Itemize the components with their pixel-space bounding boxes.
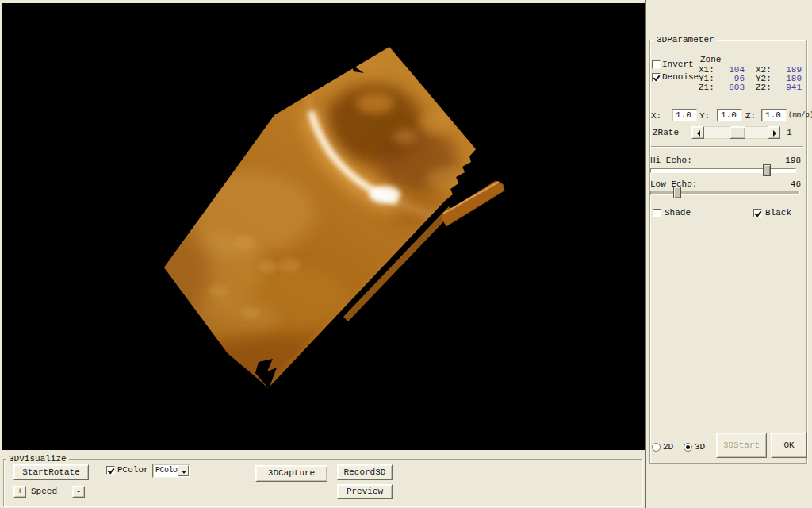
low-echo-value: 46 bbox=[765, 179, 801, 190]
arrow-right-icon bbox=[773, 130, 779, 137]
chevron-down-icon bbox=[182, 471, 186, 474]
ultrasound-3d-app: { "window": { "background": "#ece9d8", "… bbox=[0, 0, 812, 508]
low-echo-slider-thumb[interactable] bbox=[673, 187, 681, 198]
zone-title: Zone bbox=[700, 55, 721, 65]
pcolor-checkbox[interactable] bbox=[106, 466, 115, 475]
3dparameter-groupbox bbox=[649, 40, 807, 464]
mode-3d-label: 3D bbox=[695, 442, 705, 452]
zone-z1-label: Z1: bbox=[699, 83, 714, 93]
speed-plus-button[interactable]: + bbox=[13, 486, 26, 498]
ultrasound-volume bbox=[2, 3, 645, 450]
parameter-panel: 3DParameter Invert Denoise Zone X1: 104 … bbox=[645, 0, 812, 508]
arrow-left-icon bbox=[694, 130, 700, 137]
3dcapture-button[interactable]: 3DCapture bbox=[255, 465, 327, 482]
scale-y-input[interactable] bbox=[717, 109, 742, 121]
mode-3d-radio[interactable] bbox=[684, 443, 692, 452]
scale-y-label: Y: bbox=[699, 111, 710, 121]
scale-z-input[interactable] bbox=[761, 109, 787, 121]
separator bbox=[651, 146, 803, 147]
zrate-label: ZRate bbox=[653, 128, 679, 138]
zone-z2-label: Z2: bbox=[756, 83, 772, 93]
denoise-checkbox[interactable] bbox=[652, 73, 661, 82]
invert-checkbox[interactable] bbox=[652, 60, 661, 69]
pcolor-dropdown-button[interactable] bbox=[178, 465, 189, 476]
denoise-label: Denoise bbox=[662, 72, 699, 83]
3dstart-button[interactable]: 3DStart bbox=[716, 433, 767, 458]
record3d-button[interactable]: Record3D bbox=[337, 464, 393, 480]
pcolor-label: PColor bbox=[117, 465, 149, 475]
hi-echo-label: Hi Echo: bbox=[650, 156, 692, 166]
zrate-scrollbar bbox=[691, 126, 780, 139]
zrate-scroll-left-button[interactable] bbox=[691, 126, 704, 139]
invert-label: Invert bbox=[662, 60, 694, 70]
black-checkbox[interactable] bbox=[753, 209, 762, 217]
speed-label: Speed bbox=[31, 487, 57, 497]
zone-z2-value: 941 bbox=[773, 83, 802, 93]
hi-echo-slider-track[interactable] bbox=[650, 168, 796, 173]
zrate-scroll-right-button[interactable] bbox=[768, 126, 780, 139]
visualize-panel: 3DVisualize StartRotate + Speed - PColor… bbox=[0, 450, 645, 508]
zrate-value: 1 bbox=[787, 128, 792, 138]
zone-z1-value: 803 bbox=[716, 83, 745, 93]
start-rotate-button[interactable]: StartRotate bbox=[13, 464, 89, 480]
viewport-3d[interactable] bbox=[2, 3, 645, 450]
scale-x-label: X: bbox=[651, 111, 661, 121]
black-label: Black bbox=[765, 208, 791, 218]
preview-button[interactable]: Preview bbox=[337, 484, 393, 499]
scale-x-input[interactable] bbox=[672, 109, 697, 121]
pcolor-dropdown[interactable]: PColor bbox=[152, 464, 190, 478]
scale-z-label: Z: bbox=[745, 111, 756, 121]
hi-echo-slider-thumb[interactable] bbox=[763, 164, 771, 176]
ok-button[interactable]: OK bbox=[771, 433, 807, 458]
shade-checkbox[interactable] bbox=[653, 209, 661, 217]
scale-unit-label: (mm/p) bbox=[788, 110, 812, 121]
mode-2d-radio[interactable] bbox=[652, 443, 661, 452]
shade-label: Shade bbox=[665, 208, 691, 218]
mode-2d-label: 2D bbox=[663, 442, 673, 452]
zrate-scroll-thumb[interactable] bbox=[730, 126, 745, 139]
3dparameter-group-title: 3DParameter bbox=[654, 35, 717, 44]
speed-minus-button[interactable]: - bbox=[72, 486, 85, 498]
3dvisualize-group-title: 3DVisualize bbox=[6, 454, 69, 464]
